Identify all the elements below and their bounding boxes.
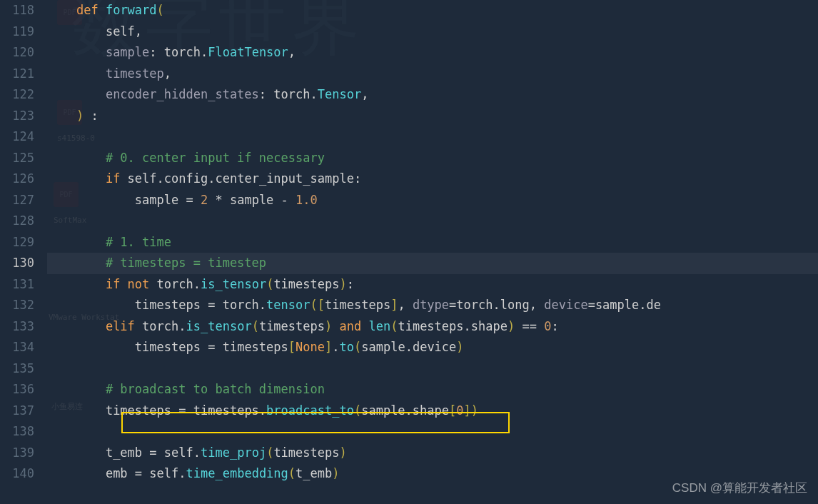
line-number: 137 [0, 400, 34, 422]
code-line[interactable]: sample: torch.FloatTensor, [47, 42, 818, 64]
line-number: 129 [0, 232, 34, 253]
code-line[interactable] [47, 421, 818, 443]
code-line[interactable]: timesteps = timesteps[None].to(sample.de… [47, 337, 818, 358]
desktop-icon-bg: PDFSoftMax [54, 182, 86, 231]
code-line[interactable]: timesteps = timesteps.broadcast_to(sampl… [47, 400, 818, 422]
line-number: 132 [0, 295, 34, 316]
line-number: 127 [0, 190, 34, 211]
code-line[interactable]: sample = 2 * sample - 1.0 [47, 190, 818, 211]
code-line[interactable]: # 1. time [47, 232, 818, 253]
line-number: 119 [0, 21, 34, 43]
code-line[interactable]: elif torch.is_tensor(timesteps) and len(… [47, 316, 818, 338]
line-number: 136 [0, 379, 34, 400]
line-number: 133 [0, 316, 34, 338]
code-line[interactable] [47, 358, 818, 380]
line-number: 118 [0, 0, 34, 21]
line-number: 123 [0, 106, 34, 127]
line-number: 124 [0, 126, 34, 148]
desktop-icon-bg: PDFs41598-0 [57, 100, 95, 149]
line-number: 138 [0, 421, 34, 443]
code-line[interactable]: t_emb = self.time_proj(timesteps) [47, 443, 818, 464]
line-number: 120 [0, 42, 34, 64]
code-line[interactable]: if self.config.center_input_sample: [47, 168, 818, 190]
code-line[interactable]: # broadcast to batch dimension [47, 379, 818, 400]
code-line[interactable]: ) : [47, 106, 818, 127]
line-number: 130 [0, 253, 34, 274]
footer-watermark: CSDN @算能开发者社区 [672, 478, 807, 499]
code-line[interactable] [47, 211, 818, 232]
code-line[interactable]: timesteps = torch.tensor([timesteps], dt… [47, 295, 818, 316]
line-number: 139 [0, 443, 34, 464]
desktop-icon-bg: VMware Workstat [49, 307, 119, 328]
line-number: 121 [0, 64, 34, 85]
code-line[interactable] [47, 126, 818, 148]
code-line[interactable]: encoder_hidden_states: torch.Tensor, [47, 84, 818, 106]
line-number: 128 [0, 211, 34, 232]
desktop-icon-bg: PDF [57, 0, 82, 28]
code-line[interactable]: if not torch.is_tensor(timesteps): [47, 274, 818, 296]
line-number: 122 [0, 84, 34, 106]
code-content[interactable]: def forward( self, sample: torch.FloatTe… [41, 0, 818, 504]
code-line[interactable]: def forward( [47, 0, 818, 21]
desktop-icon-bg: 小鱼易连 [51, 396, 83, 418]
code-line[interactable]: # timesteps = timestep [47, 253, 818, 274]
line-number: 140 [0, 463, 34, 485]
line-number: 134 [0, 337, 34, 358]
line-number: 135 [0, 358, 34, 380]
code-line[interactable]: timestep, [47, 64, 818, 85]
line-number: 131 [0, 274, 34, 296]
code-editor[interactable]: 1181191201211221231241251261271281291301… [0, 0, 818, 504]
code-line[interactable]: self, [47, 21, 818, 43]
line-number-gutter: 1181191201211221231241251261271281291301… [0, 0, 41, 504]
code-line[interactable]: # 0. center input if necessary [47, 148, 818, 169]
line-number: 126 [0, 168, 34, 190]
line-number: 125 [0, 148, 34, 169]
